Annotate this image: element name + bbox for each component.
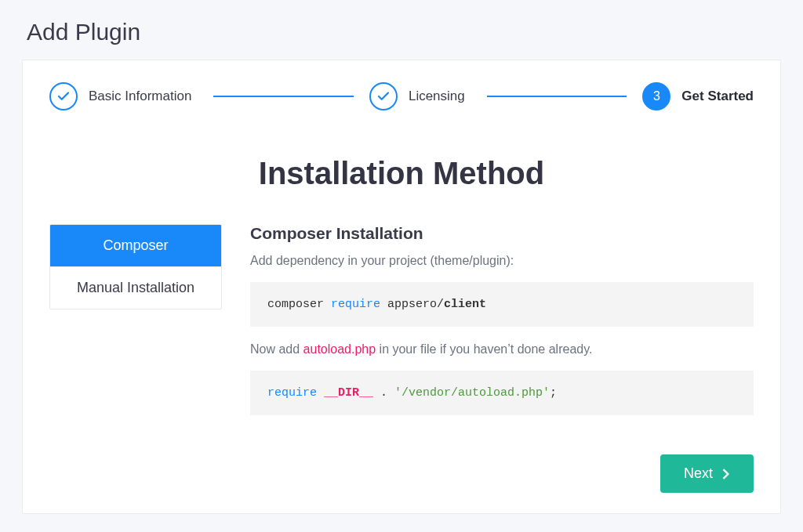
code-token: appsero/ [380,298,444,311]
next-button[interactable]: Next [660,454,754,493]
install-method-tabs: Composer Manual Installation [49,224,222,309]
stepper-line [213,96,354,97]
chevron-right-icon [722,469,730,480]
step-get-started[interactable]: 3 Get Started [642,82,754,110]
code-token: composer [267,298,331,311]
step-number-badge: 3 [642,82,670,110]
code-token: '/vendor/autoload.php' [394,386,550,400]
step-label: Get Started [681,89,754,104]
page-title: Add Plugin [0,0,803,60]
code-block-require-autoload: require __DIR__ . '/vendor/autoload.php'… [250,371,754,415]
wizard-card: Basic Information Licensing 3 Get Starte… [22,60,781,514]
code-token: client [444,298,486,311]
checkmark-icon [49,82,78,110]
step-label: Basic Information [89,89,191,104]
code-token: . [373,386,394,400]
panel-note: Now add autoload.php in your file if you… [250,342,754,356]
code-token: require [267,386,324,400]
text: in your file if you haven’t done already… [376,342,592,356]
panel-note: Add dependency in your project (theme/pl… [250,254,754,268]
text: Now add [250,342,303,356]
next-button-label: Next [684,465,713,482]
step-licensing[interactable]: Licensing [369,82,465,110]
tab-composer[interactable]: Composer [50,225,221,266]
stepper: Basic Information Licensing 3 Get Starte… [49,82,754,110]
code-token: require [331,298,380,311]
panel-heading: Composer Installation [250,224,754,243]
composer-panel: Composer Installation Add dependency in … [250,224,754,431]
section-title: Installation Method [259,156,544,191]
code-token: ; [550,386,557,400]
stepper-line [487,96,627,97]
code-block-composer-require: composer require appsero/client [250,282,754,327]
checkmark-icon [369,82,398,110]
tab-manual-installation[interactable]: Manual Installation [50,266,221,309]
code-token: __DIR__ [324,386,373,400]
filename-text: autoload.php [303,342,376,356]
step-label: Licensing [409,89,465,104]
step-basic-information[interactable]: Basic Information [49,82,191,110]
